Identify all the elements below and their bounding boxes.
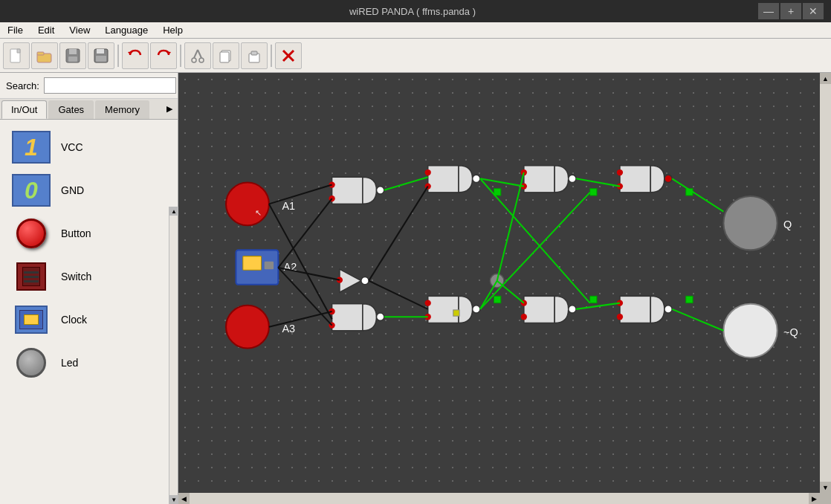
component-vcc[interactable]: 1 VCC	[3, 126, 175, 169]
new-button[interactable]	[3, 42, 30, 69]
copy-button[interactable]	[213, 42, 239, 69]
menu-view[interactable]: View	[62, 22, 97, 38]
search-input[interactable]	[44, 77, 176, 94]
menu-help[interactable]: Help	[155, 22, 190, 38]
gate-buffer-bubble	[361, 277, 369, 285]
input-a1-node[interactable]	[226, 182, 269, 225]
gate-nand-1b-arch	[363, 304, 377, 331]
pin-col2-top-in1	[425, 169, 431, 175]
sidebar: Search: In/Out Gates Memory ▶ 1 VCC 0	[0, 73, 178, 504]
save-button[interactable]	[88, 42, 114, 69]
h-scrollbar[interactable]: ◀ ▶	[178, 493, 820, 504]
tab-gates[interactable]: Gates	[48, 100, 94, 119]
circuit-diagram[interactable]: A1 A2 A3 ↖	[178, 73, 831, 504]
menubar: File Edit View Language Help	[0, 22, 831, 39]
gnd-label: GND	[61, 184, 84, 196]
save-gray-button[interactable]	[59, 42, 86, 69]
svg-point-11	[192, 58, 196, 62]
delete-button[interactable]	[275, 42, 302, 69]
vcc-icon: 1	[9, 129, 54, 166]
input-a2-inner	[243, 256, 262, 271]
open-button[interactable]	[31, 42, 58, 69]
undo-button[interactable]	[122, 42, 149, 69]
wire-green-6	[576, 303, 620, 309]
gate-col3-top[interactable]	[524, 166, 554, 193]
tab-bar: In/Out Gates Memory ▶	[0, 99, 178, 120]
paste-button[interactable]	[241, 42, 268, 69]
scroll-corner	[820, 493, 831, 504]
svg-rect-30	[590, 189, 597, 196]
maximize-button[interactable]: +	[780, 3, 801, 19]
pin-col4-bot-in2	[617, 314, 623, 320]
input-a3-node[interactable]	[226, 306, 269, 349]
led-label: Led	[61, 357, 78, 369]
svg-point-27	[665, 306, 672, 313]
v-scroll-up[interactable]: ▲	[820, 73, 831, 84]
gate-nand-1a-arch	[363, 177, 377, 204]
gate-col4-top[interactable]	[620, 166, 650, 193]
window-title: wiRED PANDA ( ffms.panda )	[67, 6, 758, 17]
v-scroll-track[interactable]	[820, 84, 831, 482]
svg-rect-2	[37, 52, 44, 55]
svg-point-21	[473, 175, 480, 182]
menu-file[interactable]: File	[0, 22, 30, 38]
toolbar-separator-1	[117, 45, 119, 67]
wire-buf-bot	[369, 281, 428, 309]
menu-edit[interactable]: Edit	[30, 22, 62, 38]
h-scroll-track[interactable]	[190, 493, 809, 504]
component-switch[interactable]: Switch	[3, 255, 175, 298]
close-button[interactable]: ✕	[803, 3, 824, 19]
svg-rect-16	[220, 52, 229, 62]
h-scroll-right[interactable]: ▶	[809, 493, 820, 504]
gate-nand-1a-bubble	[376, 187, 384, 194]
gate-nand-1a[interactable]	[332, 177, 363, 204]
redo-button[interactable]	[150, 42, 177, 69]
svg-rect-8	[96, 56, 106, 62]
label-q: Q	[783, 219, 792, 230]
component-led[interactable]: Led	[3, 341, 175, 384]
pin-col4-top-in1	[617, 169, 623, 175]
v-scroll-down[interactable]: ▼	[820, 482, 831, 493]
pin-col3-bot-in2	[521, 314, 527, 320]
output-q	[723, 196, 777, 250]
component-clock[interactable]: Clock	[3, 298, 175, 341]
v-scrollbar[interactable]: ▲ ▼	[820, 73, 831, 493]
gate-nand-1b-bubble	[376, 313, 384, 320]
cut-button[interactable]	[184, 42, 211, 69]
svg-marker-9	[128, 51, 133, 55]
gate-col3-bot[interactable]	[524, 296, 554, 323]
svg-rect-33	[686, 296, 693, 303]
svg-point-26	[665, 175, 672, 182]
wire-buf-top	[369, 187, 428, 281]
tab-inout[interactable]: In/Out	[1, 100, 47, 119]
switch-label: Switch	[61, 271, 91, 282]
component-gnd[interactable]: 0 GND	[3, 169, 175, 212]
canvas-area[interactable]: A1 A2 A3 ↖	[178, 73, 831, 504]
tab-scroll-arrow[interactable]: ▶	[163, 100, 176, 117]
wire-green-9	[672, 309, 723, 331]
gate-buffer[interactable]	[340, 269, 361, 292]
gate-col2-top[interactable]	[428, 166, 459, 193]
menu-language[interactable]: Language	[97, 22, 155, 38]
gate-nand-1b[interactable]	[332, 304, 363, 331]
svg-point-25	[569, 306, 576, 313]
minimize-button[interactable]: —	[758, 3, 779, 19]
component-button[interactable]: Button	[3, 212, 175, 255]
tab-memory[interactable]: Memory	[95, 100, 149, 119]
gnd-icon: 0	[9, 172, 54, 209]
vcc-label: VCC	[61, 141, 83, 153]
pin-col2-bot-in1	[425, 300, 431, 306]
sidebar-scroll-down[interactable]: ▼	[169, 495, 178, 504]
sidebar-scroll-up[interactable]: ▲	[169, 207, 178, 216]
toolbar	[0, 39, 831, 73]
wire-cross-1	[480, 193, 590, 309]
svg-point-12	[199, 58, 204, 62]
gate-col4-bot[interactable]	[620, 296, 650, 323]
input-a2-pin	[265, 262, 274, 269]
component-list: 1 VCC 0 GND Button	[0, 120, 178, 504]
svg-rect-31	[590, 296, 597, 303]
wire-a1-top	[269, 185, 332, 204]
label-nq: ~Q	[783, 326, 798, 338]
button-label: Button	[61, 227, 91, 239]
h-scroll-left[interactable]: ◀	[178, 493, 190, 504]
